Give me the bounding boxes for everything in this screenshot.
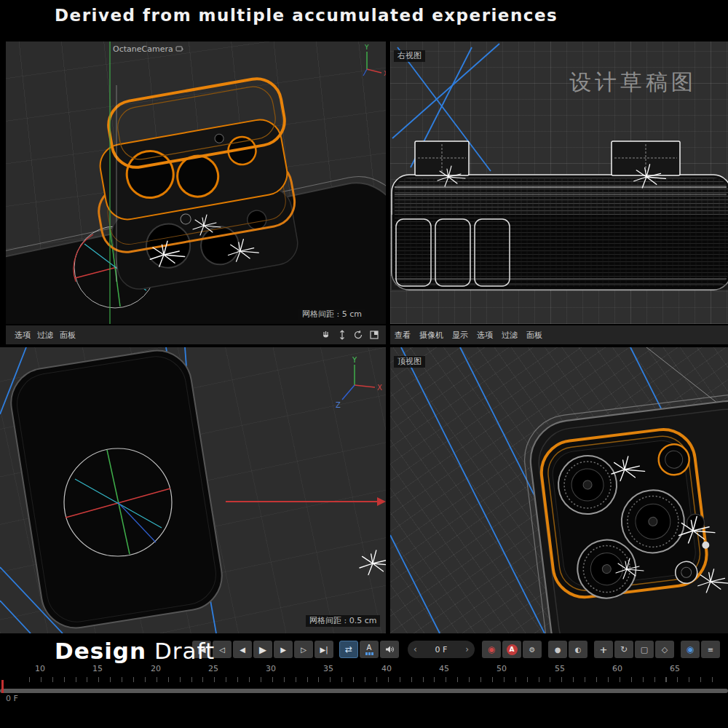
play-button[interactable]: ▶ [253,641,272,658]
ruler-tick: 40 [381,664,392,673]
menu-panel[interactable]: 面板 [60,330,76,341]
next-frame-button[interactable]: ▶ [274,641,293,658]
all-frames-button[interactable]: A [360,641,379,658]
axis-gizmo: Y X Z [336,356,382,409]
playback-options: ⇄ A [339,641,399,658]
ruler-tick: 25 [208,664,218,673]
pla-icon: ◉ [687,644,694,654]
playhead-marker[interactable] [1,680,4,693]
minor-ticks [29,677,721,682]
ruler-tick: 45 [439,664,449,673]
current-frame-label: 0 F [6,694,18,703]
snap-starburst [360,550,386,575]
autokey-icon: A [507,644,518,655]
svg-text:X: X [384,70,386,77]
maximize-view-icon[interactable] [368,329,380,341]
camera-tag-text: OctaneCamera [113,44,173,54]
move-record-toggle[interactable]: + [594,641,613,658]
x-axis-arrow [226,497,386,506]
right-view-menubar: 查看 摄像机 显示 选项 过滤 面板 [390,325,728,344]
diamond-icon: ◇ [662,645,668,654]
speaker-icon [384,644,395,654]
sphere-icon: ● [555,646,561,654]
top-view-canvas [390,347,728,633]
top-caption: Derived from multiple accumulated experi… [55,6,558,25]
viewport-top-view[interactable]: 顶视图 [390,347,728,633]
caption-word-design: Design [55,638,146,664]
svg-text:X: X [377,384,382,392]
sound-record-toggle[interactable]: ≡ [701,641,720,658]
menu-view[interactable]: 查看 [395,330,411,341]
camera-bump-left [415,141,469,175]
timeline-ruler[interactable]: 10 15 20 25 30 35 40 45 50 55 60 65 [0,662,728,687]
ruler-tick: 10 [35,664,45,673]
scale-record-toggle[interactable]: ◐ [569,641,587,658]
loop-playback-button[interactable]: ⇄ [339,641,358,658]
bottom-caption: Design Draft [55,638,215,664]
viewport-nav-tools [320,329,380,341]
frame-increment[interactable]: › [465,644,469,654]
ruler-tick: 60 [612,664,622,673]
ruler-tick: 20 [151,664,161,673]
camera-icon [175,45,183,53]
watermark-text: 设计草稿图 [569,68,697,98]
position-record-toggle[interactable]: ● [548,641,567,658]
menu-camera[interactable]: 摄像机 [419,330,443,341]
viewport-perspective[interactable]: Y X OctaneCamera 网格间距 : 5 cm [6,41,386,324]
frame-value: 0 F [435,645,448,654]
sound-toggle-button[interactable] [380,641,399,658]
phone-body [6,347,226,633]
goto-end-button[interactable]: ▶| [314,641,333,658]
viewport-right-view[interactable]: 右视图 设计草稿图 [390,41,728,324]
menu-options[interactable]: 选项 [15,330,31,341]
record-keyframe-button[interactable]: ◉ [482,641,501,658]
menu-display[interactable]: 显示 [452,330,468,341]
axis-gizmo: Y X [363,44,386,77]
svg-text:Z: Z [336,401,341,409]
view-label: 顶视图 [394,356,425,368]
svg-text:Y: Y [364,44,369,51]
rotation-record-toggle[interactable]: ↻ [614,641,633,658]
case-side-profile [392,175,728,290]
list-icon: ≡ [708,646,713,654]
parameter-record-toggle[interactable]: ▢ [635,641,654,658]
autokey-button[interactable]: A [502,641,521,658]
record-controls: ◉ A ⚙ ● ◐ + ↻ ▢ ◇ ◉ ≡ [482,641,720,658]
grid-spacing-chip: 网格间距 : 5 cm [298,309,365,320]
menu-filter[interactable]: 过滤 [37,330,53,341]
gear-icon: ⚙ [529,646,536,654]
ruler-tick: 55 [555,664,565,673]
prev-frame-button[interactable]: ◀ [233,641,252,658]
rotate-view-icon[interactable] [352,329,364,341]
viewport-front-view[interactable]: Y X Z 网格间距 : 0.5 cm [0,347,386,633]
camera-label[interactable]: OctaneCamera [113,44,183,54]
perspective-menubar: 选项 过滤 面板 [6,325,386,344]
dolly-icon[interactable] [336,329,348,341]
all-frames-label: A [367,644,372,652]
ruler-tick: 30 [266,664,276,673]
menu-filter[interactable]: 过滤 [502,330,518,341]
perspective-canvas: Y X [6,41,386,324]
front-view-canvas: Y X Z [0,347,386,633]
prev-key-button[interactable]: ◁ [213,641,232,658]
menu-options[interactable]: 选项 [477,330,493,341]
svg-text:Y: Y [352,356,357,364]
move-icon: + [600,644,608,655]
frame-stepper[interactable]: ‹ 0 F › [408,641,475,658]
menu-panel[interactable]: 面板 [526,330,542,341]
frame-decrement[interactable]: ‹ [414,644,417,654]
frame-rate-bars-icon [365,652,373,655]
timeline-scrollbar[interactable] [0,689,728,693]
point-record-toggle[interactable]: ◇ [655,641,674,658]
box-icon: ▢ [641,645,648,654]
ruler-tick: 35 [323,664,333,673]
c4d-application-window: Derived from multiple accumulated experi… [0,0,728,728]
phone-top-view [520,390,728,633]
rotate-icon: ↻ [620,644,628,654]
record-icon: ◉ [488,644,495,654]
next-key-button[interactable]: ▷ [294,641,313,658]
pan-hand-icon[interactable] [320,329,332,341]
caption-word-draft: Draft [154,638,215,664]
pla-record-toggle[interactable]: ◉ [681,641,700,658]
keying-settings-button[interactable]: ⚙ [523,641,542,658]
